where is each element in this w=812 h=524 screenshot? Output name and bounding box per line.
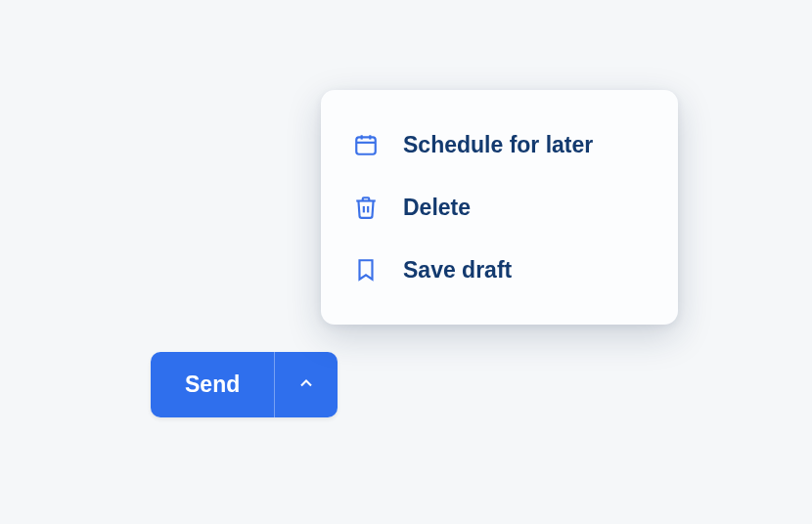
calendar-icon: [352, 131, 380, 158]
send-button[interactable]: Send: [151, 352, 274, 417]
chevron-up-icon: [296, 373, 316, 396]
dropdown-toggle-button[interactable]: [274, 352, 338, 417]
dropdown-menu: Schedule for later Delete Save draft: [321, 90, 678, 325]
menu-item-schedule[interactable]: Schedule for later: [321, 113, 678, 176]
trash-icon: [352, 194, 380, 221]
menu-item-label: Delete: [403, 195, 471, 221]
svg-rect-0: [356, 137, 376, 153]
menu-item-save-draft[interactable]: Save draft: [321, 239, 678, 301]
menu-item-label: Schedule for later: [403, 132, 593, 158]
menu-item-label: Save draft: [403, 257, 512, 284]
bookmark-icon: [352, 256, 380, 284]
menu-item-delete[interactable]: Delete: [321, 176, 678, 239]
split-button-group: Send: [151, 352, 338, 417]
send-button-label: Send: [185, 371, 240, 398]
